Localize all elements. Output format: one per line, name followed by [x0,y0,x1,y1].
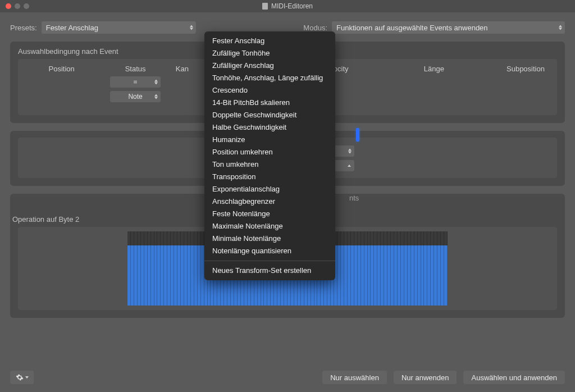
apply-only-button[interactable]: Nur anwenden [394,371,457,384]
minimize-window-icon[interactable] [15,3,20,9]
updown-icon [559,25,562,30]
footer: Nur auswählen Nur anwenden Auswählen und… [10,371,565,384]
modus-value: Funktionen auf ausgewählte Events anwend… [336,24,488,32]
menu-item[interactable]: Exponentialanschlag [204,183,335,195]
window-title-area: MIDI-Editoren [262,2,313,10]
status-value: Note [128,93,142,101]
document-icon [262,3,268,10]
menu-item[interactable]: Ton umkehren [204,158,335,171]
presets-menu: Fester AnschlagZufällige TonhöheZufällig… [204,31,335,280]
modus-dropdown[interactable]: Funktionen auf ausgewählte Events anwend… [332,21,565,34]
menu-item[interactable]: Doppelte Geschwindigkeit [204,109,335,121]
slider-handle[interactable] [356,128,359,142]
menu-item[interactable]: Humanize [204,134,335,146]
presets-value: Fester Anschlag [46,24,98,32]
menu-item[interactable]: Notenlänge quantisieren [204,245,335,257]
partial-text: nts [349,194,359,202]
chevron-up-icon[interactable] [348,165,351,167]
menu-item[interactable]: Zufälliger Anschlag [204,60,335,72]
titlebar: MIDI-Editoren [0,0,575,12]
updown-icon [154,80,158,85]
menu-item[interactable]: Maximale Notenlänge [204,220,335,233]
col-position: Position [25,65,98,102]
chevron-down-icon [25,376,29,379]
menu-item-new-set[interactable]: Neues Transform-Set erstellen [204,265,335,277]
modus-label: Modus: [303,24,327,32]
status-op-value: = [134,78,138,86]
col-status-label: Status [125,65,146,73]
menu-item[interactable]: Position umkehren [204,146,335,158]
menu-item[interactable]: Halbe Geschwindigkeit [204,121,335,134]
select-and-apply-button[interactable]: Auswählen und anwenden [463,371,565,384]
zoom-window-icon[interactable] [24,3,29,9]
chart-bar [444,231,448,306]
window-title: MIDI-Editoren [271,2,313,10]
menu-separator [204,261,335,261]
presets-label: Presets: [10,24,37,32]
presets-dropdown[interactable]: Fester Anschlag [42,21,196,34]
menu-item[interactable]: Fester Anschlag [204,35,335,47]
window-controls [6,3,29,9]
close-window-icon[interactable] [6,3,11,9]
menu-item[interactable]: Zufällige Tonhöhe [204,47,335,60]
gear-button[interactable] [10,371,34,384]
menu-item[interactable]: Anschlagbegrenzer [204,195,335,208]
col-subposition: Subposition [471,65,550,102]
menu-item[interactable]: Transposition [204,171,335,183]
menu-item[interactable]: 14-Bit PitchBd skalieren [204,97,335,109]
menu-item[interactable]: Crescendo [204,84,335,97]
menu-item[interactable]: Feste Notenlänge [204,208,335,220]
col-status: Status = Note [98,65,172,102]
status-value-select[interactable]: Note [110,91,161,102]
updown-icon [190,25,193,30]
updown-icon [348,149,352,154]
status-op-select[interactable]: = [110,76,161,88]
gear-icon [16,373,24,381]
menu-item[interactable]: Tonhöhe, Anschlag, Länge zufällig [204,72,335,84]
col-laenge: Länge [397,65,471,102]
select-only-button[interactable]: Nur auswählen [322,371,387,384]
menu-item[interactable]: Minimale Notenlänge [204,233,335,245]
updown-icon [154,94,158,99]
